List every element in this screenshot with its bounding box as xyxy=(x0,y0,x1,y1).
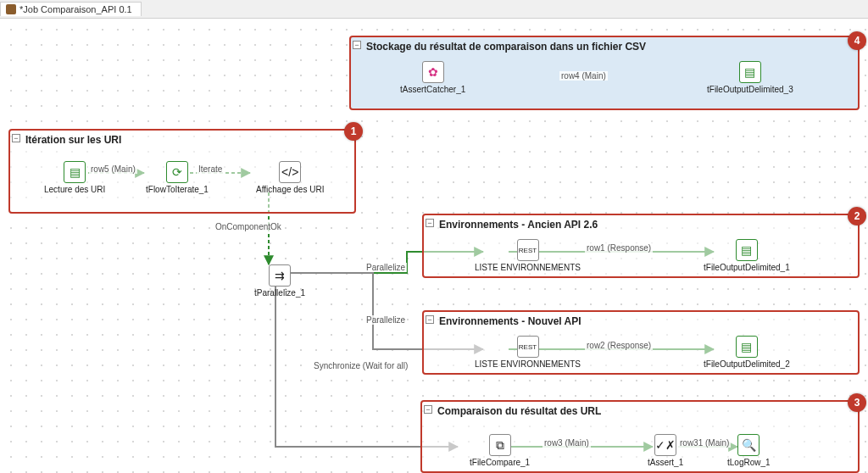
link-label: Iterate xyxy=(197,164,224,174)
component-tparallelize[interactable]: ⇉ tParallelize_1 xyxy=(254,264,305,298)
subjob-title: Itération sur les URI xyxy=(25,134,121,146)
link-label: Parallelize xyxy=(364,315,407,325)
subjob-title: Stockage du résultat de comparaison dans… xyxy=(366,41,646,53)
component-label: tFileOutputDelimited_1 xyxy=(704,263,790,272)
component-tfilecompare[interactable]: ⧉ tFileCompare_1 xyxy=(470,434,530,467)
component-label: tFileCompare_1 xyxy=(470,458,530,467)
component-display-uri[interactable]: </> Affichage des URI xyxy=(256,161,324,194)
rest-icon: REST xyxy=(517,239,539,261)
component-label: tLogRow_1 xyxy=(727,458,771,467)
component-label: LISTE ENVIRONNEMENTS xyxy=(475,359,581,369)
compare-icon: ⧉ xyxy=(489,434,511,456)
design-canvas[interactable]: − Stockage du résultat de comparaison da… xyxy=(0,19,868,473)
parallelize-icon: ⇉ xyxy=(269,264,291,287)
component-tassertcatcher[interactable]: ✿ tAssertCatcher_1 xyxy=(400,61,465,94)
link-label: row5 (Main) xyxy=(89,164,137,174)
catcher-icon: ✿ xyxy=(422,61,444,83)
component-label: tAssertCatcher_1 xyxy=(400,85,465,94)
java-icon: </> xyxy=(279,161,301,183)
delimited-icon: ▤ xyxy=(736,239,758,261)
delimited-icon: ▤ xyxy=(64,161,86,183)
component-label: LISTE ENVIRONNEMENTS xyxy=(475,263,581,272)
component-label: tAssert_1 xyxy=(648,458,683,467)
delimited-icon: ▤ xyxy=(739,61,761,83)
link-label: row1 (Response) xyxy=(585,243,653,253)
component-label: tFlowToIterate_1 xyxy=(146,185,209,194)
link-label: Parallelize xyxy=(364,263,407,272)
subjob-iteration[interactable]: − Itération sur les URI ▤ Lecture des UR… xyxy=(8,129,356,214)
link-label: Synchronize (Wait for all) xyxy=(312,361,409,370)
component-label: Affichage des URI xyxy=(256,185,324,194)
component-tfileoutputdelimited1[interactable]: ▤ tFileOutputDelimited_1 xyxy=(704,239,790,272)
tab-title: *Job Comparaison_API 0.1 xyxy=(19,4,132,14)
annotation-badge-3: 3 xyxy=(848,393,866,412)
subjob-compare[interactable]: − Comparaison du résultat des URL ⧉ tFil… xyxy=(420,400,860,473)
link-label: row31 (Main) xyxy=(678,438,731,448)
component-tlogrow[interactable]: 🔍 tLogRow_1 xyxy=(727,434,771,467)
collapse-toggle[interactable]: − xyxy=(424,405,432,414)
component-rest-nouvel[interactable]: REST LISTE ENVIRONNEMENTS xyxy=(475,336,581,369)
collapse-toggle[interactable]: − xyxy=(12,134,20,142)
link-label: OnComponentOk xyxy=(214,222,283,231)
component-label: tFileOutputDelimited_2 xyxy=(704,359,790,369)
subjob-title: Environnements - Ancien API 2.6 xyxy=(439,219,598,231)
component-tfileoutputdelimited2[interactable]: ▤ tFileOutputDelimited_2 xyxy=(704,336,790,369)
annotation-badge-4: 4 xyxy=(848,31,866,50)
collapse-toggle[interactable]: − xyxy=(426,315,434,324)
link-label: row4 (Main) xyxy=(559,71,608,81)
collapse-toggle[interactable]: − xyxy=(426,219,434,227)
subjob-title: Comparaison du résultat des URL xyxy=(437,405,601,417)
delimited-icon: ▤ xyxy=(736,336,758,358)
annotation-badge-2: 2 xyxy=(848,207,866,225)
component-label: tFileOutputDelimited_3 xyxy=(707,85,793,94)
job-icon xyxy=(6,4,16,14)
annotation-badge-1: 1 xyxy=(344,122,363,141)
component-label: tParallelize_1 xyxy=(254,288,305,298)
link-label: row2 (Response) xyxy=(585,341,653,350)
component-label: Lecture des URI xyxy=(44,185,105,194)
logrow-icon: 🔍 xyxy=(737,434,760,456)
link-label: row3 (Main) xyxy=(542,438,591,448)
subjob-title: Environnements - Nouvel API xyxy=(439,315,581,327)
job-tab[interactable]: *Job Comparaison_API 0.1 xyxy=(0,2,142,16)
component-tfileoutputdelimited3[interactable]: ▤ tFileOutputDelimited_3 xyxy=(707,61,793,94)
assert-icon: ✓✗ xyxy=(654,434,676,456)
collapse-toggle[interactable]: − xyxy=(353,41,361,49)
tab-bar: *Job Comparaison_API 0.1 xyxy=(0,0,868,19)
rest-icon: REST xyxy=(517,336,539,358)
component-rest-ancien[interactable]: REST LISTE ENVIRONNEMENTS xyxy=(475,239,581,272)
flow-iterate-icon: ⟳ xyxy=(166,161,188,183)
